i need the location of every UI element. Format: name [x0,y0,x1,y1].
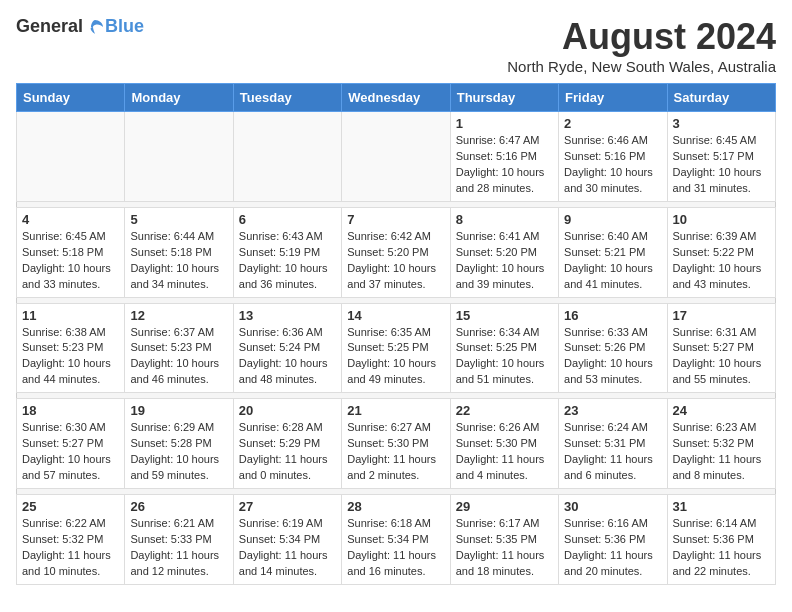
calendar-week-row: 11Sunrise: 6:38 AM Sunset: 5:23 PM Dayli… [17,303,776,393]
day-info: Sunrise: 6:23 AM Sunset: 5:32 PM Dayligh… [673,420,770,484]
day-number: 3 [673,116,770,131]
day-number: 4 [22,212,119,227]
day-number: 9 [564,212,661,227]
calendar-day-cell: 23Sunrise: 6:24 AM Sunset: 5:31 PM Dayli… [559,399,667,489]
day-info: Sunrise: 6:29 AM Sunset: 5:28 PM Dayligh… [130,420,227,484]
calendar-day-cell: 26Sunrise: 6:21 AM Sunset: 5:33 PM Dayli… [125,495,233,585]
day-info: Sunrise: 6:42 AM Sunset: 5:20 PM Dayligh… [347,229,444,293]
day-info: Sunrise: 6:34 AM Sunset: 5:25 PM Dayligh… [456,325,553,389]
calendar-day-cell: 27Sunrise: 6:19 AM Sunset: 5:34 PM Dayli… [233,495,341,585]
calendar-day-cell: 8Sunrise: 6:41 AM Sunset: 5:20 PM Daylig… [450,207,558,297]
day-info: Sunrise: 6:19 AM Sunset: 5:34 PM Dayligh… [239,516,336,580]
day-number: 30 [564,499,661,514]
day-number: 13 [239,308,336,323]
calendar-day-cell: 21Sunrise: 6:27 AM Sunset: 5:30 PM Dayli… [342,399,450,489]
calendar-day-cell: 14Sunrise: 6:35 AM Sunset: 5:25 PM Dayli… [342,303,450,393]
day-info: Sunrise: 6:22 AM Sunset: 5:32 PM Dayligh… [22,516,119,580]
day-info: Sunrise: 6:35 AM Sunset: 5:25 PM Dayligh… [347,325,444,389]
logo-blue-text: Blue [105,16,144,37]
day-number: 22 [456,403,553,418]
day-number: 19 [130,403,227,418]
day-info: Sunrise: 6:47 AM Sunset: 5:16 PM Dayligh… [456,133,553,197]
page-header: General Blue August 2024 North Ryde, New… [16,16,776,75]
calendar-day-cell: 10Sunrise: 6:39 AM Sunset: 5:22 PM Dayli… [667,207,775,297]
weekday-header: Tuesday [233,84,341,112]
weekday-header: Saturday [667,84,775,112]
calendar-day-cell: 25Sunrise: 6:22 AM Sunset: 5:32 PM Dayli… [17,495,125,585]
day-info: Sunrise: 6:28 AM Sunset: 5:29 PM Dayligh… [239,420,336,484]
calendar-day-cell: 18Sunrise: 6:30 AM Sunset: 5:27 PM Dayli… [17,399,125,489]
calendar-day-cell: 16Sunrise: 6:33 AM Sunset: 5:26 PM Dayli… [559,303,667,393]
title-section: August 2024 North Ryde, New South Wales,… [507,16,776,75]
day-number: 20 [239,403,336,418]
day-info: Sunrise: 6:40 AM Sunset: 5:21 PM Dayligh… [564,229,661,293]
day-number: 29 [456,499,553,514]
calendar-day-cell: 31Sunrise: 6:14 AM Sunset: 5:36 PM Dayli… [667,495,775,585]
logo-bird-icon [85,17,105,37]
day-number: 18 [22,403,119,418]
day-number: 24 [673,403,770,418]
calendar-day-cell: 1Sunrise: 6:47 AM Sunset: 5:16 PM Daylig… [450,112,558,202]
calendar-day-cell [342,112,450,202]
day-info: Sunrise: 6:16 AM Sunset: 5:36 PM Dayligh… [564,516,661,580]
day-number: 7 [347,212,444,227]
day-info: Sunrise: 6:37 AM Sunset: 5:23 PM Dayligh… [130,325,227,389]
day-number: 25 [22,499,119,514]
calendar-day-cell: 13Sunrise: 6:36 AM Sunset: 5:24 PM Dayli… [233,303,341,393]
calendar-day-cell: 6Sunrise: 6:43 AM Sunset: 5:19 PM Daylig… [233,207,341,297]
day-info: Sunrise: 6:38 AM Sunset: 5:23 PM Dayligh… [22,325,119,389]
calendar-day-cell: 17Sunrise: 6:31 AM Sunset: 5:27 PM Dayli… [667,303,775,393]
day-number: 26 [130,499,227,514]
day-info: Sunrise: 6:43 AM Sunset: 5:19 PM Dayligh… [239,229,336,293]
day-number: 15 [456,308,553,323]
logo-general-text: General [16,16,83,37]
day-number: 5 [130,212,227,227]
day-info: Sunrise: 6:45 AM Sunset: 5:17 PM Dayligh… [673,133,770,197]
calendar-day-cell: 2Sunrise: 6:46 AM Sunset: 5:16 PM Daylig… [559,112,667,202]
calendar-day-cell: 30Sunrise: 6:16 AM Sunset: 5:36 PM Dayli… [559,495,667,585]
day-number: 6 [239,212,336,227]
day-info: Sunrise: 6:14 AM Sunset: 5:36 PM Dayligh… [673,516,770,580]
day-number: 2 [564,116,661,131]
day-info: Sunrise: 6:30 AM Sunset: 5:27 PM Dayligh… [22,420,119,484]
calendar-day-cell: 5Sunrise: 6:44 AM Sunset: 5:18 PM Daylig… [125,207,233,297]
calendar-day-cell: 15Sunrise: 6:34 AM Sunset: 5:25 PM Dayli… [450,303,558,393]
day-number: 8 [456,212,553,227]
day-number: 10 [673,212,770,227]
calendar-week-row: 4Sunrise: 6:45 AM Sunset: 5:18 PM Daylig… [17,207,776,297]
calendar-week-row: 18Sunrise: 6:30 AM Sunset: 5:27 PM Dayli… [17,399,776,489]
day-info: Sunrise: 6:26 AM Sunset: 5:30 PM Dayligh… [456,420,553,484]
day-number: 21 [347,403,444,418]
day-info: Sunrise: 6:31 AM Sunset: 5:27 PM Dayligh… [673,325,770,389]
weekday-header: Monday [125,84,233,112]
day-info: Sunrise: 6:44 AM Sunset: 5:18 PM Dayligh… [130,229,227,293]
calendar-day-cell: 22Sunrise: 6:26 AM Sunset: 5:30 PM Dayli… [450,399,558,489]
calendar-day-cell [17,112,125,202]
day-info: Sunrise: 6:17 AM Sunset: 5:35 PM Dayligh… [456,516,553,580]
calendar-day-cell [233,112,341,202]
calendar-day-cell: 11Sunrise: 6:38 AM Sunset: 5:23 PM Dayli… [17,303,125,393]
day-number: 23 [564,403,661,418]
location-text: North Ryde, New South Wales, Australia [507,58,776,75]
weekday-header: Sunday [17,84,125,112]
day-number: 1 [456,116,553,131]
calendar-week-row: 1Sunrise: 6:47 AM Sunset: 5:16 PM Daylig… [17,112,776,202]
month-title: August 2024 [507,16,776,58]
calendar-day-cell: 24Sunrise: 6:23 AM Sunset: 5:32 PM Dayli… [667,399,775,489]
day-info: Sunrise: 6:41 AM Sunset: 5:20 PM Dayligh… [456,229,553,293]
calendar-day-cell [125,112,233,202]
calendar-day-cell: 3Sunrise: 6:45 AM Sunset: 5:17 PM Daylig… [667,112,775,202]
day-info: Sunrise: 6:36 AM Sunset: 5:24 PM Dayligh… [239,325,336,389]
calendar-day-cell: 9Sunrise: 6:40 AM Sunset: 5:21 PM Daylig… [559,207,667,297]
weekday-header: Friday [559,84,667,112]
day-info: Sunrise: 6:27 AM Sunset: 5:30 PM Dayligh… [347,420,444,484]
day-info: Sunrise: 6:39 AM Sunset: 5:22 PM Dayligh… [673,229,770,293]
calendar-table: SundayMondayTuesdayWednesdayThursdayFrid… [16,83,776,585]
calendar-day-cell: 20Sunrise: 6:28 AM Sunset: 5:29 PM Dayli… [233,399,341,489]
day-info: Sunrise: 6:24 AM Sunset: 5:31 PM Dayligh… [564,420,661,484]
day-number: 17 [673,308,770,323]
calendar-day-cell: 29Sunrise: 6:17 AM Sunset: 5:35 PM Dayli… [450,495,558,585]
calendar-header-row: SundayMondayTuesdayWednesdayThursdayFrid… [17,84,776,112]
day-number: 28 [347,499,444,514]
day-number: 27 [239,499,336,514]
